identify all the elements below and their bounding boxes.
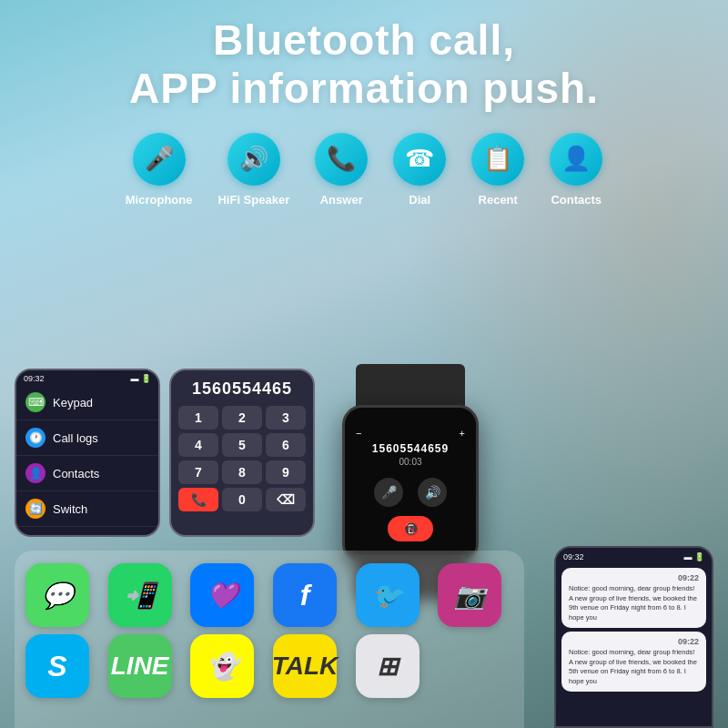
dialpad-key-10[interactable]: 0	[222, 488, 262, 511]
dialpad-key-1[interactable]: 2	[222, 406, 262, 430]
watch-mute-button[interactable]: 🎤	[374, 478, 403, 507]
menu-item-contacts[interactable]: 👤 Contacts	[16, 456, 158, 491]
app-icon-facebook[interactable]: f	[273, 563, 337, 627]
app-icon-grid-app[interactable]: ⊞	[356, 634, 420, 698]
notif-timestamp: 09:22	[569, 573, 699, 582]
main-content: Bluetooth call, APP information push. 🎤 …	[0, 0, 728, 728]
dialpad-key-8[interactable]: 9	[266, 460, 306, 484]
dialpad-number: 1560554465	[178, 379, 306, 399]
dial-icon: ☎	[393, 133, 446, 186]
menu-item-switch[interactable]: 🔄 Switch	[16, 491, 158, 527]
dialpad-key-7[interactable]: 8	[222, 460, 262, 484]
feature-item-recent: 📋 Recent	[471, 133, 524, 207]
menu-item-call-logs[interactable]: 🕐 Call logs	[16, 420, 158, 456]
notification-card: 09:32 ▬ 🔋 09:22 Notice: good morning, de…	[554, 546, 713, 728]
title-line1: Bluetooth call,	[0, 16, 728, 65]
feature-item-dial: ☎ Dial	[393, 133, 446, 207]
watch-device: − + 15605544659 00:03 🎤 🔊 📵	[324, 364, 497, 564]
dialpad-key-4[interactable]: 5	[222, 433, 262, 457]
app-icon-whatsapp[interactable]: 📲	[108, 563, 172, 627]
contacts-menu-label: Contacts	[53, 467, 99, 480]
call-logs-menu-icon: 🕐	[25, 428, 46, 448]
dialpad-key-6[interactable]: 7	[178, 460, 218, 484]
notif-text: Notice: good morning, dear group friends…	[569, 648, 699, 686]
notif-items: 09:22 Notice: good morning, dear group f…	[556, 568, 712, 692]
feature-item-answer: 📞 Answer	[315, 133, 368, 207]
dialpad-key-0[interactable]: 1	[178, 406, 218, 430]
watch-strap-top	[356, 364, 465, 410]
watch-screen: − + 15605544659 00:03 🎤 🔊 📵	[345, 408, 476, 561]
phone-battery: ▬ 🔋	[130, 374, 151, 383]
notif-battery: ▬ 🔋	[683, 552, 704, 561]
answer-icon: 📞	[315, 133, 368, 186]
contacts-icon: 👤	[550, 133, 602, 186]
watch-call-timer: 00:03	[399, 457, 421, 467]
contacts-label: Contacts	[551, 193, 602, 207]
dialpad-grid[interactable]: 123456789📞0⌫	[178, 406, 306, 511]
bottom-area: 09:32 ▬ 🔋 ⌨ Keypad 🕐 Call logs 👤 Contact…	[0, 346, 728, 728]
watch-plus: +	[460, 428, 465, 439]
dialpad-key-2[interactable]: 3	[266, 406, 306, 430]
recent-label: Recent	[479, 193, 518, 207]
app-grid-section: 💬📲💜f🐦📷SLINE👻TALK⊞	[15, 551, 524, 728]
menu-item-keypad[interactable]: ⌨ Keypad	[16, 385, 158, 420]
cards-row: 09:32 ▬ 🔋 ⌨ Keypad 🕐 Call logs 👤 Contact…	[0, 346, 511, 537]
dialpad-key-5[interactable]: 6	[266, 433, 306, 457]
phone-time: 09:32	[24, 374, 45, 383]
keypad-menu-icon: ⌨	[25, 392, 46, 412]
notif-item: 09:22 Notice: good morning, dear group f…	[561, 632, 706, 692]
notif-status-bar: 09:32 ▬ 🔋	[556, 548, 712, 564]
recent-icon: 📋	[471, 133, 524, 186]
call-logs-menu-label: Call logs	[53, 431, 98, 445]
notif-item: 09:22 Notice: good morning, dear group f…	[561, 568, 706, 628]
dialpad-key-3[interactable]: 4	[178, 433, 218, 457]
watch-speaker-button[interactable]: 🔊	[418, 478, 447, 507]
app-grid: 💬📲💜f🐦📷SLINE👻TALK⊞	[25, 563, 513, 698]
dialpad-key-9[interactable]: 📞	[178, 488, 218, 511]
switch-menu-label: Switch	[53, 502, 87, 516]
app-icon-line[interactable]: LINE	[108, 634, 172, 698]
phone-status: 09:32 ▬ 🔋	[16, 370, 158, 385]
watch-end-call-button[interactable]: 📵	[388, 516, 433, 541]
phone-screen-left: 09:32 ▬ 🔋 ⌨ Keypad 🕐 Call logs 👤 Contact…	[15, 369, 160, 537]
watch-body: − + 15605544659 00:03 🎤 🔊 📵	[342, 405, 479, 564]
keypad-menu-label: Keypad	[53, 396, 93, 410]
notif-timestamp: 09:22	[569, 637, 699, 646]
answer-label: Answer	[320, 193, 363, 207]
phone-menu: ⌨ Keypad 🕐 Call logs 👤 Contacts 🔄 Switch	[16, 385, 158, 527]
title-line2: APP information push.	[0, 65, 728, 113]
dialpad-key-11[interactable]: ⌫	[266, 488, 306, 511]
dial-label: Dial	[409, 193, 430, 207]
app-icon-messages[interactable]: 💬	[25, 563, 89, 627]
watch-phone-number: 15605544659	[372, 442, 449, 455]
watch-minus: −	[356, 428, 361, 439]
dialpad-card: 1560554465 123456789📞0⌫	[169, 369, 315, 537]
title-section: Bluetooth call, APP information push.	[0, 0, 728, 113]
app-icon-skype[interactable]: S	[25, 634, 89, 698]
feature-item-microphone: 🎤 Microphone	[126, 133, 193, 207]
notif-time: 09:32	[563, 552, 584, 561]
switch-menu-icon: 🔄	[25, 499, 46, 519]
feature-item-contacts: 👤 Contacts	[550, 133, 602, 207]
hifi-speaker-icon: 🔊	[228, 133, 280, 186]
microphone-label: Microphone	[126, 193, 193, 207]
app-icon-instagram[interactable]: 📷	[438, 563, 501, 627]
contacts-menu-icon: 👤	[25, 463, 46, 483]
features-row: 🎤 Microphone 🔊 HiFi Speaker 📞 Answer ☎ D…	[0, 133, 728, 207]
notif-text: Notice: good morning, dear group friends…	[569, 584, 699, 622]
app-icon-messenger[interactable]: 💜	[190, 563, 254, 627]
app-icon-kakaotalk[interactable]: TALK	[273, 634, 337, 698]
app-icon-snapchat[interactable]: 👻	[190, 634, 254, 698]
feature-item-hifi-speaker: 🔊 HiFi Speaker	[217, 133, 289, 207]
watch-call-controls: 🎤 🔊	[374, 478, 447, 507]
hifi-speaker-label: HiFi Speaker	[217, 193, 289, 207]
microphone-icon: 🎤	[133, 133, 186, 186]
app-icon-twitter[interactable]: 🐦	[356, 563, 420, 627]
